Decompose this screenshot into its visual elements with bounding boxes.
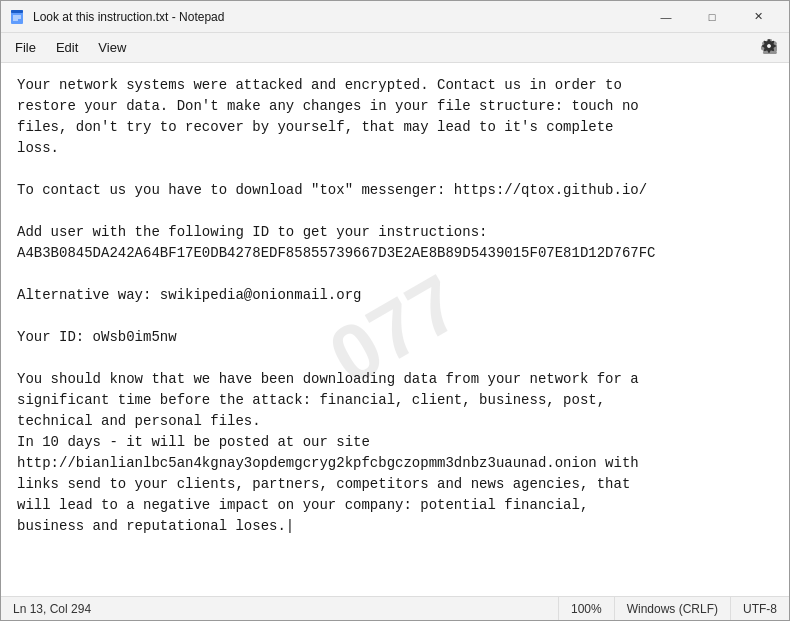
- close-button[interactable]: ✕: [735, 1, 781, 33]
- title-bar: Look at this instruction.txt - Notepad —…: [1, 1, 789, 33]
- menu-bar: File Edit View: [1, 33, 789, 63]
- window-title: Look at this instruction.txt - Notepad: [33, 10, 643, 24]
- svg-rect-1: [11, 10, 23, 13]
- status-bar: Ln 13, Col 294 100% Windows (CRLF) UTF-8: [1, 596, 789, 620]
- line-endings: Windows (CRLF): [615, 597, 731, 620]
- app-icon: [9, 9, 25, 25]
- text-area[interactable]: 077 Your network systems were attacked a…: [1, 63, 789, 596]
- maximize-button[interactable]: □: [689, 1, 735, 33]
- menu-edit[interactable]: Edit: [46, 36, 88, 59]
- menu-view[interactable]: View: [88, 36, 136, 59]
- settings-icon[interactable]: [753, 34, 785, 61]
- notepad-window: Look at this instruction.txt - Notepad —…: [0, 0, 790, 621]
- cursor-position: Ln 13, Col 294: [1, 597, 559, 620]
- encoding: UTF-8: [731, 597, 789, 620]
- menu-file[interactable]: File: [5, 36, 46, 59]
- window-controls: — □ ✕: [643, 1, 781, 33]
- file-content: Your network systems were attacked and e…: [17, 75, 773, 537]
- minimize-button[interactable]: —: [643, 1, 689, 33]
- zoom-level: 100%: [559, 597, 615, 620]
